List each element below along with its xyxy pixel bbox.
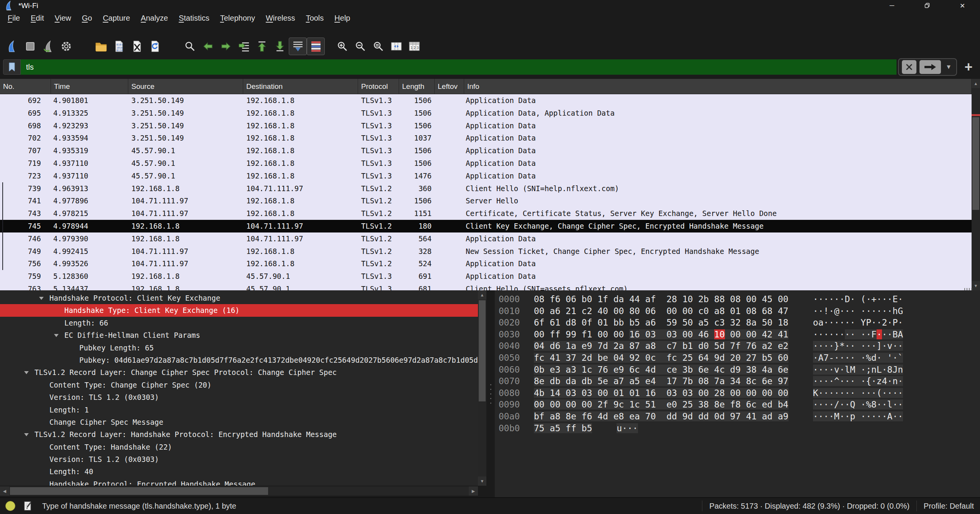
restart-capture-button[interactable] [39, 38, 57, 55]
go-to-bottom-button[interactable] [271, 38, 289, 55]
packet-row-741[interactable]: 7414.977896104.71.111.97192.168.1.8TLSv1… [0, 195, 972, 207]
packet-row-756[interactable]: 7564.993526104.71.111.97192.168.1.8TLSv1… [0, 257, 972, 270]
detail-line-3[interactable]: EC Diffie-Hellman Client Params [0, 329, 478, 341]
column-header-leftov[interactable]: Leftov [435, 79, 464, 94]
colorize-button[interactable] [307, 38, 325, 55]
menu-item-statistics[interactable]: Statistics [173, 12, 215, 24]
menu-item-edit[interactable]: Edit [25, 12, 49, 24]
hex-ascii[interactable]: ··!·@··· ······hG [813, 305, 903, 317]
menu-item-tools[interactable]: Tools [301, 12, 329, 24]
menu-item-file[interactable]: File [2, 12, 25, 24]
go-forward-button[interactable] [217, 38, 235, 55]
close-button[interactable]: ✕ [945, 0, 980, 11]
restore-button[interactable] [910, 0, 945, 11]
column-header-time[interactable]: Time [51, 79, 128, 94]
packet-row-745[interactable]: 7454.978944192.168.1.8104.71.111.97TLSv1… [0, 220, 972, 232]
capture-options-button[interactable] [57, 38, 75, 55]
filter-clear-button[interactable] [902, 60, 916, 74]
filter-dropdown-chevron[interactable]: ▼ [944, 64, 953, 70]
hex-bytes[interactable]: 00 00 00 00 2f 9c 1c 51 e0 25 38 8e f8 6… [534, 399, 789, 411]
hex-row-0030[interactable]: 003000 ff 99 f1 00 00 16 03 03 00 46 10 … [495, 329, 980, 340]
minimize-button[interactable]: ─ [874, 0, 910, 11]
expert-info-icon[interactable] [5, 501, 15, 511]
detail-line-0[interactable]: Handshake Protocol: Client Key Exchange [0, 292, 478, 304]
column-header-length[interactable]: Length [399, 79, 435, 94]
menu-item-telephony[interactable]: Telephony [215, 12, 260, 24]
detail-line-2[interactable]: Length: 66 [0, 317, 478, 329]
packet-row-746[interactable]: 7464.979390192.168.1.8104.71.111.97TLSv1… [0, 232, 972, 245]
menu-item-capture[interactable]: Capture [97, 12, 135, 24]
packet-row-739[interactable]: 7394.963913192.168.1.8104.71.111.97TLSv1… [0, 182, 972, 195]
packet-row-692[interactable]: 6924.9018013.251.50.149192.168.1.8TLSv1.… [0, 94, 972, 107]
hex-row-00b0[interactable]: 00b075 a5 ff b5u··· [495, 422, 980, 434]
detail-line-6[interactable]: TLSv1.2 Record Layer: Change Cipher Spec… [0, 366, 478, 378]
detail-vertical-scrollbar[interactable]: ▲ ▼ [478, 290, 486, 486]
column-header-protocol[interactable]: Protocol [358, 79, 399, 94]
scroll-up-arrow[interactable]: ▲ [972, 79, 980, 88]
packet-row-707[interactable]: 7074.93531945.57.90.1192.168.1.8TLSv1.31… [0, 144, 972, 157]
hex-ascii[interactable]: ······D· (·+···E· [813, 293, 903, 305]
hex-ascii[interactable]: ········ ··F···BA [813, 329, 903, 340]
packet-row-719[interactable]: 7194.93711045.57.90.1192.168.1.8TLSv1.31… [0, 157, 972, 170]
zoom-out-button[interactable] [351, 38, 369, 55]
detail-line-4[interactable]: Pubkey Length: 65 [0, 342, 478, 354]
hex-ascii[interactable]: oa······ YP··2·P· [813, 317, 903, 329]
hex-row-0000[interactable]: 000008 f6 06 b0 1f da 44 af 28 10 2b 88 … [495, 293, 980, 305]
reload-file-button[interactable] [146, 38, 164, 55]
detail-line-12[interactable]: Content Type: Handshake (22) [0, 441, 478, 453]
hex-row-00a0[interactable]: 00a0bf a8 8e f6 4d e8 ea 70 dd 9d dd 0d … [495, 411, 980, 422]
resize-columns-button[interactable] [387, 38, 405, 55]
go-back-button[interactable] [199, 38, 217, 55]
filter-bookmark-button[interactable] [3, 59, 21, 75]
expand-arrow-icon[interactable] [24, 433, 29, 436]
detail-line-11[interactable]: TLSv1.2 Record Layer: Handshake Protocol… [0, 428, 478, 440]
go-to-packet-button[interactable] [235, 38, 253, 55]
column-header-destination[interactable]: Destination [243, 79, 358, 94]
menu-item-view[interactable]: View [49, 12, 77, 24]
expand-arrow-icon[interactable] [24, 371, 29, 374]
detail-line-5[interactable]: Pubkey: 04d61ae97d2a87a8c7b1d05d7f76a2e2… [0, 354, 478, 366]
hex-bytes[interactable]: 00 ff 99 f1 00 00 16 03 03 00 46 10 00 0… [534, 329, 789, 340]
start-capture-button[interactable] [3, 38, 21, 55]
menu-item-help[interactable]: Help [329, 12, 355, 24]
hex-bytes[interactable]: 00 a6 21 c2 40 00 80 06 00 00 c0 a8 01 0… [534, 305, 789, 317]
packet-row-743[interactable]: 7434.978215104.71.111.97192.168.1.8TLSv1… [0, 207, 972, 220]
packet-row-749[interactable]: 7494.992415104.71.111.97192.168.1.8TLSv1… [0, 245, 972, 258]
column-layout-button[interactable]: 123 [405, 38, 423, 55]
hex-row-0090[interactable]: 009000 00 00 00 2f 9c 1c 51 e0 25 38 8e … [495, 399, 980, 411]
scroll-right-arrow[interactable]: ▶ [469, 486, 478, 496]
stop-capture-button[interactable] [21, 38, 39, 55]
save-file-button[interactable]: 010110100110 [110, 38, 128, 55]
expand-arrow-icon[interactable] [54, 334, 59, 337]
scroll-left-arrow[interactable]: ◀ [0, 486, 9, 496]
detail-line-8[interactable]: Version: TLS 1.2 (0x0303) [0, 391, 478, 403]
hex-bytes[interactable]: 04 d6 1a e9 7d 2a 87 a8 c7 b1 d0 5d 7f 7… [534, 340, 789, 352]
hex-ascii[interactable]: ····^··· ·{·z4·n· [813, 375, 903, 387]
hex-row-0040[interactable]: 004004 d6 1a e9 7d 2a 87 a8 c7 b1 d0 5d … [495, 340, 980, 352]
hex-row-0080[interactable]: 00804b 14 03 03 00 01 01 16 03 03 00 28 … [495, 387, 980, 399]
zoom-in-button[interactable] [333, 38, 351, 55]
detail-line-13[interactable]: Version: TLS 1.2 (0x0303) [0, 453, 478, 465]
detail-line-9[interactable]: Length: 1 [0, 404, 478, 416]
hex-ascii[interactable]: ····M··p ·····A·· [813, 411, 903, 422]
packet-list-scrollbar[interactable]: ▲ ▼ [972, 79, 980, 290]
hex-bytes[interactable]: 75 a5 ff b5 [534, 422, 592, 434]
scrollbar-thumb[interactable] [972, 117, 979, 210]
filter-add-button[interactable]: + [957, 58, 980, 76]
auto-scroll-button[interactable] [289, 38, 307, 55]
display-filter-input[interactable]: tls [21, 59, 897, 75]
detail-horizontal-scrollbar[interactable]: ◀ ▶ [0, 486, 478, 496]
open-file-button[interactable] [92, 38, 110, 55]
profile-text[interactable]: Profile: Default [924, 502, 974, 511]
detail-line-7[interactable]: Content Type: Change Cipher Spec (20) [0, 379, 478, 391]
packet-row-702[interactable]: 7024.9335943.251.50.149192.168.1.8TLSv1.… [0, 132, 972, 144]
hex-ascii[interactable]: ····/··Q ·%8··l·· [813, 399, 903, 411]
packet-row-698[interactable]: 6984.9232933.251.50.149192.168.1.8TLSv1.… [0, 119, 972, 132]
column-header-source[interactable]: Source [128, 79, 243, 94]
packet-row-763[interactable]: 7635.134437192.168.1.845.57.90.1TLSv1.36… [0, 283, 972, 290]
detail-line-10[interactable]: Change Cipher Spec Message [0, 416, 478, 428]
hex-ascii[interactable]: K······· ···(···· [813, 387, 903, 399]
hex-bytes[interactable]: bf a8 8e f6 4d e8 ea 70 dd 9d dd 0d 97 4… [534, 411, 789, 422]
packet-row-759[interactable]: 7595.128360192.168.1.845.57.90.1TLSv1.36… [0, 270, 972, 283]
hex-ascii[interactable]: u··· [617, 422, 638, 434]
